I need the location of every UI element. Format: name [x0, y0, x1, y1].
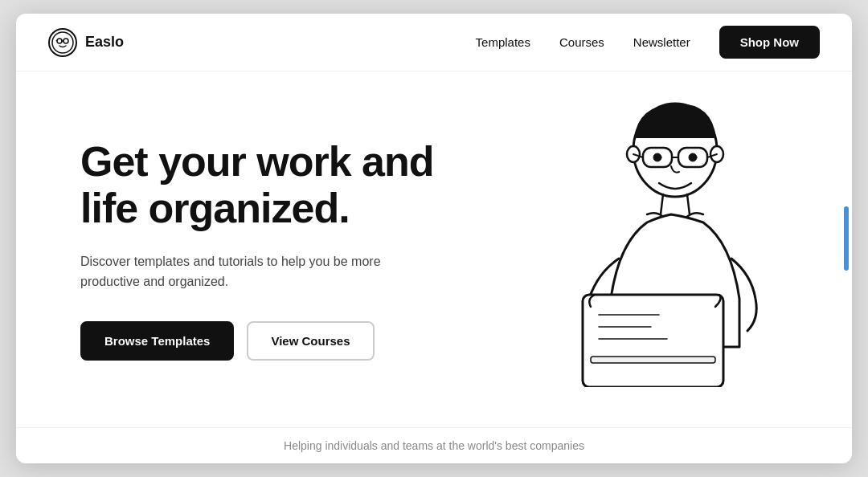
- svg-line-4: [56, 40, 57, 41]
- hero-buttons: Browse Templates View Courses: [80, 321, 498, 361]
- footer-hint-text: Helping individuals and teams at the wor…: [284, 439, 584, 452]
- logo-name: Easlo: [85, 34, 124, 51]
- svg-rect-19: [591, 357, 715, 363]
- view-courses-button[interactable]: View Courses: [247, 321, 374, 361]
- svg-point-0: [52, 32, 73, 53]
- svg-rect-15: [583, 295, 723, 387]
- logo-area: Easlo: [48, 28, 124, 57]
- logo-icon: [48, 28, 77, 57]
- shop-now-button[interactable]: Shop Now: [719, 26, 820, 59]
- nav-link-newsletter[interactable]: Newsletter: [633, 35, 690, 49]
- hero-title: Get your work and life organized.: [80, 138, 498, 231]
- browse-templates-button[interactable]: Browse Templates: [80, 321, 234, 361]
- nav-link-templates[interactable]: Templates: [476, 35, 530, 49]
- hero-content: Get your work and life organized. Discov…: [80, 138, 498, 361]
- navbar: Easlo Templates Courses Newsletter Shop …: [16, 14, 852, 71]
- nav-link-courses[interactable]: Courses: [559, 35, 604, 49]
- nav-links: Templates Courses Newsletter Shop Now: [476, 26, 820, 59]
- hero-subtitle: Discover templates and tutorials to help…: [80, 251, 386, 292]
- footer-hint: Helping individuals and teams at the wor…: [16, 427, 852, 463]
- svg-point-14: [689, 153, 697, 161]
- hero-section: Get your work and life organized. Discov…: [16, 71, 852, 427]
- svg-point-13: [653, 153, 661, 161]
- browser-window: Easlo Templates Courses Newsletter Shop …: [16, 14, 852, 463]
- hero-illustration: [530, 82, 788, 387]
